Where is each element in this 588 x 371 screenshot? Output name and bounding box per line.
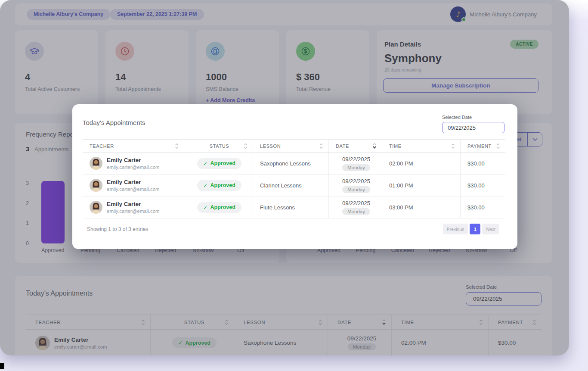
column-header-time[interactable]: TIME — [382, 140, 461, 152]
status-badge: ✓Approved — [197, 180, 241, 191]
column-header-date[interactable]: DATE — [329, 140, 382, 152]
time-cell: 02:00 PM — [382, 153, 461, 174]
date-cell: 09/22/2025Monday — [329, 196, 382, 218]
column-header-payment[interactable]: PAYMENT — [461, 140, 505, 152]
todays-appointments-modal: Today's Appointments Selected Date TEACH… — [72, 104, 517, 249]
weekday-pill: Monday — [342, 186, 370, 193]
teacher-cell: Emily Carteremily.carter@email.com — [83, 196, 184, 218]
selected-date-label: Selected Date — [442, 115, 504, 120]
time-cell: 03:00 PM — [382, 196, 461, 218]
lesson-cell: Flute Lessons — [253, 196, 329, 218]
payment-cell: $30.00 — [461, 153, 505, 174]
teacher-avatar — [90, 201, 102, 214]
date-cell: 09/22/2025Monday — [329, 175, 382, 196]
previous-page-button[interactable]: Previous — [443, 224, 468, 234]
lesson-cell: Clarinet Lessons — [253, 175, 329, 196]
teacher-avatar — [90, 179, 102, 192]
weekday-pill: Monday — [342, 164, 370, 171]
payment-cell: $30.00 — [461, 196, 505, 218]
lesson-cell: Saxophone Lessons — [253, 153, 329, 174]
column-header-lesson[interactable]: LESSON — [253, 140, 329, 152]
teacher-cell: Emily Carteremily.carter@email.com — [83, 153, 184, 174]
sort-icon — [244, 143, 248, 149]
status-badge: ✓Approved — [197, 158, 241, 169]
table-entries-summary: Showing 1 to 3 of 3 entries — [87, 226, 148, 232]
sort-icon — [175, 143, 179, 149]
status-badge: ✓Approved — [197, 202, 241, 213]
modal-title: Today's Appointments — [83, 119, 145, 126]
table-row: Emily Carteremily.carter@email.com ✓Appr… — [83, 175, 505, 196]
column-header-status[interactable]: STATUS — [184, 140, 253, 152]
weekday-pill: Monday — [342, 208, 370, 215]
appointments-table: TEACHER STATUS LESSON DATE TIME PAYMENT … — [83, 139, 505, 218]
time-cell: 01:00 PM — [382, 175, 461, 196]
selected-date-input[interactable] — [442, 122, 504, 133]
status-cell: ✓Approved — [184, 196, 253, 218]
current-page-button[interactable]: 1 — [470, 224, 480, 234]
screenshot-artifact — [0, 363, 4, 369]
selected-date-field: Selected Date — [442, 115, 504, 133]
table-row: Emily Carteremily.carter@email.com ✓Appr… — [83, 153, 505, 175]
sort-icon — [451, 143, 455, 149]
teacher-cell: Emily Carteremily.carter@email.com — [83, 175, 184, 196]
teacher-avatar — [90, 157, 102, 170]
payment-cell: $30.00 — [461, 175, 505, 196]
status-cell: ✓Approved — [184, 175, 253, 196]
sort-icon — [496, 143, 500, 149]
sort-icon-active-desc — [372, 143, 377, 149]
table-header-row: TEACHER STATUS LESSON DATE TIME PAYMENT — [83, 139, 505, 153]
sort-icon — [319, 143, 323, 149]
status-cell: ✓Approved — [184, 153, 253, 174]
pagination: Previous 1 Next — [443, 224, 499, 234]
column-header-teacher[interactable]: TEACHER — [83, 140, 184, 152]
table-row: Emily Carteremily.carter@email.com ✓Appr… — [83, 196, 505, 218]
date-cell: 09/22/2025Monday — [329, 153, 382, 174]
next-page-button[interactable]: Next — [482, 224, 499, 234]
